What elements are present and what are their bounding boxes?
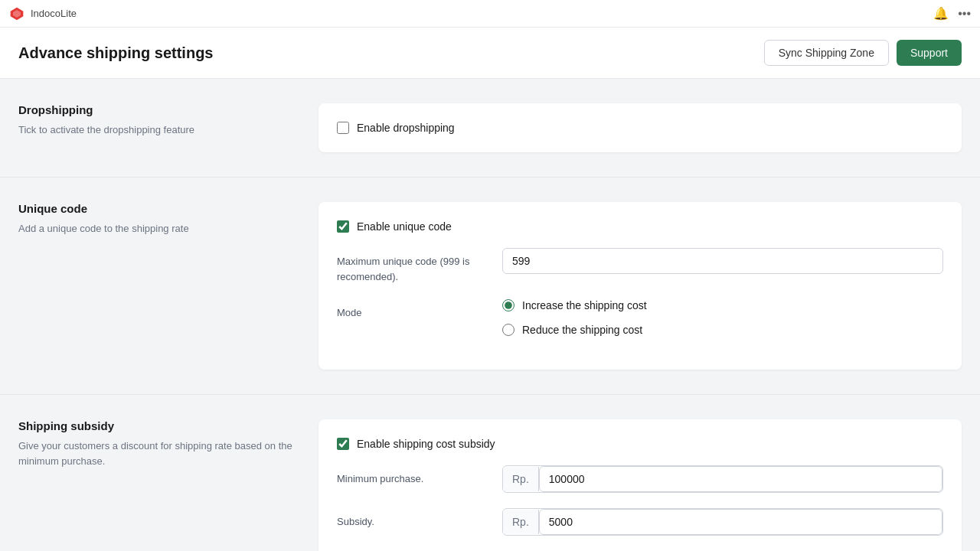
max-unique-code-row: Maximum unique code (999 is recomended).	[337, 248, 943, 284]
enable-dropshipping-row: Enable dropshipping	[337, 122, 943, 134]
unique-code-description: Add a unique code to the shipping rate	[18, 221, 294, 236]
mode-increase-radio[interactable]	[502, 299, 514, 311]
subsidy-row: Subsidy. Rp.	[337, 508, 943, 536]
subsidy-label: Subsidy.	[337, 508, 490, 530]
shipping-subsidy-label-area: Shipping subsidy Give your customers a d…	[18, 419, 294, 551]
title-bar: IndocoLite 🔔 •••	[0, 0, 980, 28]
min-purchase-input-group: Rp.	[502, 465, 943, 493]
min-purchase-label: Minimum purchase.	[337, 465, 490, 487]
enable-subsidy-row: Enable shipping cost subsidy	[337, 438, 943, 450]
mode-reduce-label[interactable]: Reduce the shipping cost	[522, 324, 642, 336]
content: Dropshipping Tick to activate the dropsh…	[0, 79, 980, 551]
min-purchase-prefix: Rp.	[503, 467, 539, 491]
enable-dropshipping-label[interactable]: Enable dropshipping	[357, 122, 455, 134]
radio-group-mode: Increase the shipping cost Reduce the sh…	[502, 299, 943, 336]
page-title: Advance shipping settings	[18, 44, 213, 62]
section-shipping-subsidy: Shipping subsidy Give your customers a d…	[0, 395, 980, 551]
support-button[interactable]: Support	[897, 40, 962, 66]
subsidy-input-group: Rp.	[502, 508, 943, 536]
mode-row: Mode Increase the shipping cost Reduce t…	[337, 299, 943, 336]
max-unique-code-label: Maximum unique code (999 is recomended).	[337, 248, 490, 284]
bell-icon[interactable]: 🔔	[933, 6, 949, 21]
dropshipping-card: Enable dropshipping	[318, 103, 962, 152]
mode-options: Increase the shipping cost Reduce the sh…	[502, 299, 943, 336]
unique-code-card: Enable unique code Maximum unique code (…	[318, 202, 962, 370]
title-bar-right: 🔔 •••	[933, 6, 971, 21]
mode-increase-label[interactable]: Increase the shipping cost	[522, 299, 647, 311]
mode-reduce-radio[interactable]	[502, 324, 514, 336]
shipping-subsidy-title: Shipping subsidy	[18, 419, 294, 432]
dropshipping-title: Dropshipping	[18, 103, 294, 116]
title-bar-left: IndocoLite	[9, 6, 77, 21]
page-header: Advance shipping settings Sync Shipping …	[0, 28, 980, 79]
sync-shipping-zone-button[interactable]: Sync Shipping Zone	[764, 40, 889, 66]
mode-increase-row: Increase the shipping cost	[502, 299, 943, 311]
enable-subsidy-checkbox[interactable]	[337, 438, 349, 450]
enable-unique-code-row: Enable unique code	[337, 220, 943, 233]
section-dropshipping: Dropshipping Tick to activate the dropsh…	[0, 79, 980, 178]
min-purchase-input[interactable]	[539, 466, 942, 492]
shipping-subsidy-card: Enable shipping cost subsidy Minimum pur…	[318, 419, 962, 551]
enable-dropshipping-checkbox[interactable]	[337, 122, 349, 134]
unique-code-label-area: Unique code Add a unique code to the shi…	[18, 202, 294, 370]
dropshipping-label-area: Dropshipping Tick to activate the dropsh…	[18, 103, 294, 152]
mode-reduce-row: Reduce the shipping cost	[502, 324, 943, 336]
enable-subsidy-label[interactable]: Enable shipping cost subsidy	[357, 438, 495, 450]
unique-code-title: Unique code	[18, 202, 294, 215]
dropshipping-description: Tick to activate the dropshipping featur…	[18, 122, 294, 138]
shipping-subsidy-description: Give your customers a discount for shipp…	[18, 439, 294, 468]
enable-unique-code-label[interactable]: Enable unique code	[357, 220, 452, 233]
more-icon[interactable]: •••	[958, 7, 971, 21]
header-buttons: Sync Shipping Zone Support	[764, 40, 962, 66]
section-unique-code: Unique code Add a unique code to the shi…	[0, 178, 980, 395]
min-purchase-row: Minimum purchase. Rp.	[337, 465, 943, 493]
max-unique-code-input-wrapper	[502, 248, 943, 274]
subsidy-input[interactable]	[539, 509, 942, 535]
app-logo	[9, 6, 24, 21]
min-purchase-input-wrapper: Rp.	[502, 465, 943, 493]
subsidy-input-wrapper: Rp.	[502, 508, 943, 536]
max-unique-code-input[interactable]	[502, 248, 943, 274]
enable-unique-code-checkbox[interactable]	[337, 220, 349, 233]
mode-label: Mode	[337, 299, 490, 321]
subsidy-prefix: Rp.	[503, 510, 539, 534]
app-name: IndocoLite	[31, 8, 77, 19]
